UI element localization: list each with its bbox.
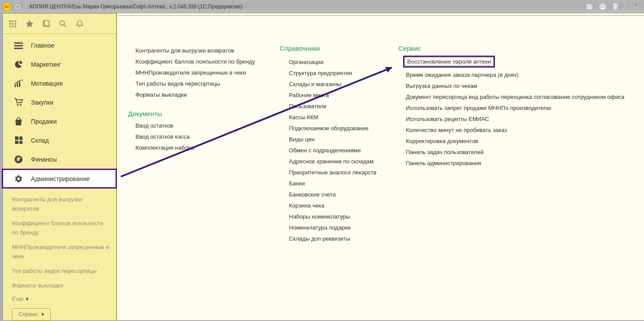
window-title: КОПИЯ ЦЕНТРА/Ень Мария Григорьевна/Софт-… bbox=[30, 4, 243, 10]
content-link[interactable]: Структура предприятия bbox=[289, 68, 376, 79]
content-link[interactable]: Выгрузка данных по чекам bbox=[406, 80, 625, 91]
title-bar-left: 1С ▾ КОПИЯ ЦЕНТРА/Ень Мария Григорьевна/… bbox=[3, 0, 243, 13]
section-header-service: Сервис bbox=[398, 45, 625, 52]
growth-chart-icon bbox=[13, 79, 24, 88]
subnav-item[interactable]: Тип работы видов пересортицы bbox=[12, 266, 109, 276]
sidebar-item-administration[interactable]: Администрирование bbox=[2, 169, 117, 189]
section-header-documents: Документы bbox=[128, 110, 255, 117]
history-icon[interactable] bbox=[41, 19, 51, 28]
print-preview-icon[interactable] bbox=[611, 2, 621, 11]
content-link[interactable]: Банки bbox=[289, 178, 376, 189]
main-menu-dropdown-icon[interactable]: ▾ bbox=[14, 3, 21, 11]
content-link[interactable]: Кассы ККМ bbox=[289, 112, 376, 123]
gear-icon bbox=[13, 174, 24, 184]
content-link[interactable]: Наборы номенклатуры bbox=[289, 211, 376, 222]
sidebar-item-warehouse[interactable]: Склад bbox=[4, 131, 116, 150]
sidebar-item-sales[interactable]: Продажи bbox=[4, 112, 116, 131]
content-link[interactable]: Подключаемое оборудование bbox=[289, 123, 376, 134]
search-icon[interactable] bbox=[58, 19, 67, 28]
chevron-right-icon bbox=[26, 297, 29, 301]
content-link[interactable]: Номенклатура подарки bbox=[289, 222, 376, 233]
content-link[interactable]: Обмен с подразделениями bbox=[289, 145, 376, 156]
subnav-item[interactable]: Коэффициент баллов лояльности по бренду bbox=[12, 219, 109, 237]
sections-grid-icon[interactable] bbox=[8, 19, 17, 28]
section-header-catalogs: Справочники bbox=[280, 45, 376, 52]
content-link[interactable]: Организации bbox=[289, 57, 376, 68]
column-service: Сервис Восстановление пароля аптеки Врем… bbox=[406, 45, 625, 169]
column-settings: Контрагенты для выгрузки возвратов Коэфф… bbox=[135, 45, 255, 153]
content-link[interactable]: Рабочие места bbox=[289, 90, 376, 101]
sidebar-item-label: Маркетинг bbox=[31, 61, 61, 68]
content-link[interactable]: Панель администрирования bbox=[406, 158, 625, 169]
content-panel: Контрагенты для выгрузки возвратов Коэфф… bbox=[118, 16, 644, 320]
notifications-bell-icon[interactable] bbox=[75, 19, 84, 28]
content-link[interactable]: Контрагенты для выгрузки возвратов bbox=[135, 45, 255, 56]
ruble-icon: ₽ bbox=[13, 155, 24, 164]
title-bar: 1С ▾ КОПИЯ ЦЕНТРА/Ень Мария Григорьевна/… bbox=[0, 0, 644, 13]
sidebar-item-label: Администрирование bbox=[31, 175, 90, 182]
content-link[interactable]: Банковские счета bbox=[289, 189, 376, 200]
more-label: Еще bbox=[12, 295, 23, 302]
content-link[interactable]: Приоритетные аналоги лекарств bbox=[289, 167, 376, 178]
service-button-label: Сервис bbox=[19, 311, 38, 317]
subnav-item[interactable]: Контрагенты для выгрузки возвратов bbox=[12, 195, 109, 213]
save-icon[interactable] bbox=[584, 2, 594, 11]
sidebar-item-label: Финансы bbox=[31, 156, 57, 163]
sidebar-item-marketing[interactable]: Маркетинг bbox=[4, 55, 116, 74]
app-window: 1С ▾ КОПИЯ ЦЕНТРА/Ень Мария Григорьевна/… bbox=[0, 0, 644, 321]
content-link-password-recovery[interactable]: Восстановление пароля аптеки bbox=[405, 57, 493, 66]
content-link[interactable]: Виды цен bbox=[289, 134, 376, 145]
content-link[interactable]: Использовать запрет продажи МННПо произв… bbox=[406, 102, 625, 113]
sidebar-item-finance[interactable]: ₽ Финансы bbox=[4, 150, 116, 169]
password-recovery-highlight-box: Восстановление пароля аптеки bbox=[403, 56, 495, 68]
svg-text:₽: ₽ bbox=[17, 156, 20, 162]
sidebar-item-purchasing[interactable]: Закупки bbox=[4, 93, 116, 112]
sidebar-nav: Главное Маркетинг Мотивация Закупки bbox=[4, 34, 116, 189]
content-link[interactable]: Адресное хранение по складам bbox=[289, 156, 376, 167]
subnav-item[interactable]: Форматы выкладки bbox=[12, 281, 109, 290]
column-catalogs: Справочники Организации Структура предпр… bbox=[289, 45, 376, 244]
window-left-edge bbox=[0, 13, 3, 321]
content-link[interactable]: Склады и магазины bbox=[289, 79, 376, 90]
content-link[interactable]: Пользователи bbox=[289, 101, 376, 112]
subnav-item[interactable]: МННПроизводителя запрещенные в чеке bbox=[12, 242, 109, 261]
content-link[interactable]: Форматы выкладки bbox=[135, 89, 255, 100]
boxes-icon bbox=[13, 136, 24, 145]
get-link-icon[interactable] bbox=[630, 2, 640, 11]
content-link[interactable]: Корректировка документов bbox=[406, 136, 625, 147]
cart-icon bbox=[13, 98, 24, 107]
content-link[interactable]: Панель задач пользователей bbox=[406, 147, 625, 158]
content-link[interactable]: Комплектация набора bbox=[135, 142, 255, 153]
sidebar-item-label: Мотивация bbox=[31, 80, 63, 87]
sidebar-item-motivation[interactable]: Мотивация bbox=[4, 74, 116, 93]
service-menu-button[interactable]: Сервис bbox=[12, 308, 51, 321]
content-link[interactable]: Коэффициент баллов лояльности по бренду bbox=[135, 56, 255, 67]
content-link[interactable]: Склады доп реквизиты bbox=[289, 233, 376, 244]
chevron-right-icon bbox=[42, 313, 44, 316]
1c-logo-icon: 1С bbox=[3, 3, 11, 11]
content-link[interactable]: Ввод остатков касса bbox=[135, 131, 255, 142]
titlebar-divider bbox=[625, 2, 625, 11]
sidebar: Главное Маркетинг Мотивация Закупки bbox=[4, 13, 117, 320]
sidebar-item-label: Закупки bbox=[31, 99, 53, 106]
content-link[interactable]: Количество минут не пробивать заказ bbox=[406, 125, 625, 136]
content-link[interactable]: Документ пересортица вид работы переоцен… bbox=[406, 91, 625, 102]
more-menu[interactable]: Еще bbox=[12, 295, 109, 302]
hamburger-icon bbox=[13, 41, 24, 50]
favorites-star-icon[interactable] bbox=[25, 19, 34, 28]
content-link[interactable]: Ввод остатков bbox=[135, 120, 255, 131]
pie-chart-icon bbox=[13, 60, 24, 69]
content-link[interactable]: Тип работы видов пересортицы bbox=[135, 78, 255, 89]
sidebar-toolbar bbox=[4, 14, 116, 34]
print-icon[interactable] bbox=[598, 2, 607, 11]
shopping-bag-icon bbox=[13, 117, 24, 126]
title-bar-actions bbox=[584, 0, 640, 13]
sidebar-subnav: Контрагенты для выгрузки возвратов Коэфф… bbox=[4, 189, 116, 321]
content-link[interactable]: МННПроизводителя запрещенные в чеке bbox=[135, 67, 255, 78]
content-link[interactable]: Время ожидания заказа партнера (в днях) bbox=[406, 69, 625, 80]
sidebar-item-main[interactable]: Главное bbox=[4, 36, 116, 55]
titlebar-divider bbox=[26, 2, 26, 11]
sidebar-item-label: Склад bbox=[31, 137, 49, 144]
content-link[interactable]: Корзина чека bbox=[289, 200, 376, 211]
content-link[interactable]: Использовать рецепты ЕМИАС bbox=[406, 113, 625, 125]
